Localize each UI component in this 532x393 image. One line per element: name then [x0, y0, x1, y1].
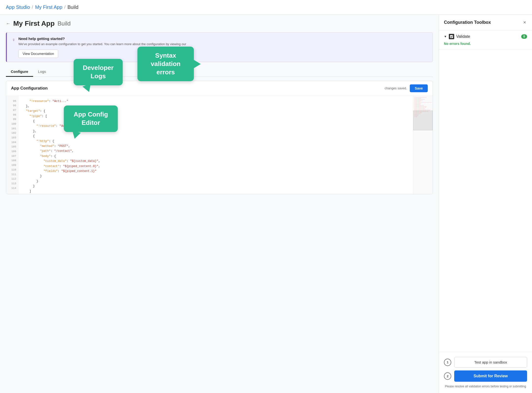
back-arrow[interactable]: ← [6, 21, 10, 26]
breadcrumb-build: Build [67, 4, 78, 10]
line-numbers: 9596979899 100101102103104 1051061071081… [6, 96, 18, 194]
chevron-down-icon[interactable]: ▼ [444, 35, 447, 38]
tab-logs[interactable]: Logs [33, 67, 51, 77]
page-header: ← My First App Build [6, 20, 433, 27]
minimap: ||||||||||||||||||||||||||||||||||||||||… [413, 96, 433, 194]
help-title: Need help getting started? [18, 37, 186, 41]
minimap-content: ||||||||||||||||||||||||||||||||||||||||… [413, 96, 433, 118]
code-line: "fields": "${piped_content.1}" [22, 169, 409, 174]
code-line: } [22, 194, 409, 194]
validate-label: Validate [456, 34, 470, 39]
validate-section: ▼ Validate 0 No errors found. [439, 30, 532, 49]
breadcrumb-my-first-app[interactable]: My First App [35, 4, 62, 10]
validation-warning: Please resolve all validation errors bef… [444, 385, 527, 388]
help-icon: ♀ [12, 37, 15, 58]
tab-configure[interactable]: Configure [6, 67, 33, 77]
code-line: "target": { [22, 109, 409, 114]
code-line: "contact": "${piped_content.0}", [22, 164, 409, 169]
code-line: "!http": { [22, 139, 409, 144]
saved-text: changes saved. [385, 86, 407, 90]
code-line: }, [22, 129, 409, 134]
code-line: { [22, 134, 409, 139]
code-content[interactable]: "!resource": "Acti..." }, "target": { "!… [18, 96, 413, 194]
test-action-row: 1 Test app in sandbox [444, 357, 527, 367]
code-line: } [22, 174, 409, 179]
validate-icon [449, 34, 454, 39]
help-description: We've provided an example configuration … [18, 42, 186, 47]
breadcrumb-sep-1: / [32, 5, 33, 10]
no-errors-text: No errors found. [444, 42, 527, 46]
code-line: "custom_data": "${custom_data}", [22, 159, 409, 164]
breadcrumb-app-studio[interactable]: App Studio [6, 4, 30, 10]
save-button[interactable]: Save [410, 84, 428, 92]
help-banner: ♀ Need help getting started? We've provi… [6, 32, 433, 62]
submit-review-button[interactable]: Submit for Review [454, 370, 527, 382]
code-line: "!resource": "Acti..." [22, 99, 409, 104]
code-line: } [22, 184, 409, 189]
help-content: Need help getting started? We've provide… [18, 37, 186, 58]
svg-rect-0 [450, 35, 453, 38]
code-editor[interactable]: 9596979899 100101102103104 1051061071081… [6, 96, 433, 194]
page-title: My First App [13, 20, 55, 27]
bottom-actions: 1 Test app in sandbox 2 Submit for Revie… [439, 352, 532, 393]
header-right: changes saved. Save [385, 84, 428, 92]
right-panel: Configuration Toolbox × ▼ Validate 0 No [439, 15, 532, 393]
page-subtitle: Build [58, 20, 71, 27]
test-sandbox-button[interactable]: Test app in sandbox [454, 357, 527, 367]
code-line: "path": "/contact", [22, 149, 409, 154]
submit-step-circle: 2 [444, 372, 451, 380]
breadcrumb: App Studio / My First App / Build [6, 4, 79, 10]
code-line: "!resource": "ActiveCampaignContact.fiel… [22, 124, 409, 129]
top-nav: App Studio / My First App / Build [0, 0, 532, 15]
validate-header: ▼ Validate 0 [444, 34, 527, 39]
breadcrumb-sep-2: / [64, 5, 66, 10]
validate-badge: 0 [521, 34, 527, 39]
test-step-circle: 1 [444, 359, 451, 366]
app-config-card: App Configuration changes saved. Save 95… [6, 81, 433, 194]
code-line: { [22, 119, 409, 124]
right-panel-header: Configuration Toolbox × [439, 15, 532, 30]
code-line: }, [22, 104, 409, 109]
code-line: } [22, 179, 409, 184]
view-documentation-button[interactable]: View Documentation [18, 50, 58, 58]
code-line: "method": "POST", [22, 144, 409, 149]
submit-action-row: 2 Submit for Review [444, 370, 527, 382]
left-content: ← My First App Build ♀ Need help getting… [0, 15, 439, 393]
code-line: "body": { [22, 154, 409, 159]
code-line: ] [22, 189, 409, 194]
right-panel-title: Configuration Toolbox [444, 20, 491, 25]
validate-left: ▼ Validate [444, 34, 470, 39]
tabs: Configure Logs [6, 67, 433, 77]
code-line: "!pipe": [ [22, 114, 409, 119]
main-layout: ← My First App Build ♀ Need help getting… [0, 15, 532, 393]
app-config-header: App Configuration changes saved. Save [6, 81, 433, 96]
close-button[interactable]: × [522, 19, 527, 26]
app-config-title: App Configuration [11, 86, 48, 91]
